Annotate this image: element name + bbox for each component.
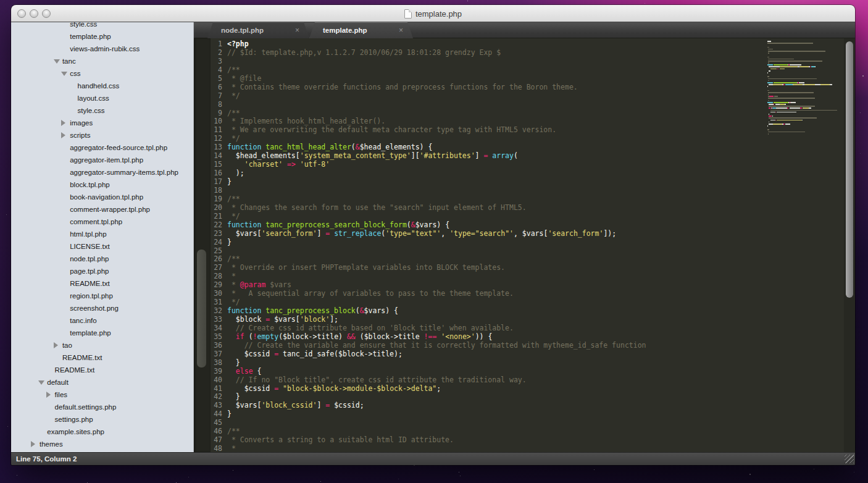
minimap-line (767, 104, 844, 105)
code-token: * We are overwriting the default meta ch… (227, 125, 556, 134)
list-item[interactable]: template.php (11, 30, 194, 43)
file-tree-item-label: LICENSE.txt (70, 240, 110, 253)
list-item[interactable]: html.tpl.php (11, 228, 194, 240)
chevron-right-icon[interactable] (61, 132, 65, 138)
editor-scrollbar-thumb[interactable] (846, 41, 853, 298)
chevron-right-icon[interactable] (31, 441, 35, 447)
code-token: } (227, 238, 232, 246)
code-token: str_replace (334, 229, 381, 238)
code-line: 23 $vars['search_form'] = str_replace('t… (211, 230, 855, 238)
list-item[interactable]: default.settings.php (11, 401, 194, 413)
list-item[interactable]: default (11, 376, 194, 388)
window-titlebar[interactable]: template.php (11, 5, 855, 22)
list-item[interactable]: css (11, 67, 194, 80)
code-token: } (227, 358, 240, 367)
code-token: & (360, 306, 364, 315)
chevron-right-icon[interactable] (46, 392, 51, 398)
list-item[interactable]: README.txt (11, 364, 194, 376)
line-number: 48 (211, 445, 227, 452)
line-number: 38 (211, 359, 227, 368)
tab-label: node.tpl.php (221, 27, 264, 34)
file-tree-item-label: scripts (70, 129, 90, 141)
chevron-down-icon[interactable] (38, 380, 44, 385)
minimap-line (767, 44, 844, 46)
list-item[interactable]: comment.tpl.php (11, 216, 194, 228)
list-item[interactable]: README.txt (11, 351, 194, 364)
line-number: 9 (211, 109, 227, 118)
file-tree-item-label: default.settings.php (55, 401, 117, 413)
list-item[interactable]: images (11, 117, 194, 129)
minimap-line (767, 94, 844, 95)
minimap[interactable] (767, 41, 844, 135)
code-token: '<none>' (441, 332, 475, 341)
list-item[interactable]: themes (11, 438, 194, 450)
sidebar-scrollbar-thumb[interactable] (197, 250, 206, 368)
list-item[interactable]: aggregator-item.tpl.php (11, 154, 194, 166)
list-item[interactable]: example.sites.php (11, 426, 194, 438)
list-item[interactable]: aggregator-summary-items.tpl.php (11, 166, 194, 178)
list-item[interactable]: aggregator-feed-source.tpl.php (11, 141, 194, 154)
code-token: ($block->title) (278, 332, 347, 341)
code-token (278, 384, 283, 393)
cursor-position-label: Line 75, Column 2 (16, 455, 77, 463)
code-token: $head_elements[ (227, 151, 300, 160)
list-item[interactable]: views-admin-rubik.css (11, 43, 194, 55)
code-token: $vars[ (227, 401, 261, 410)
chevron-down-icon[interactable] (61, 72, 67, 76)
tab-template-php[interactable]: template.php× (309, 22, 413, 38)
file-tree-sidebar[interactable]: style.csstemplate.phpviews-admin-rubik.c… (11, 22, 194, 452)
list-item[interactable]: style.css (11, 22, 194, 30)
tab-close-icon[interactable]: × (295, 26, 299, 35)
line-number: 45 (211, 419, 227, 427)
chevron-right-icon[interactable] (54, 342, 58, 348)
file-tree-item-label: README.txt (62, 351, 102, 364)
list-item[interactable]: screenshot.png (11, 302, 194, 314)
list-item[interactable]: template.php (11, 327, 194, 339)
list-item[interactable]: comment-wrapper.tpl.php (11, 203, 194, 216)
tab-close-icon[interactable]: × (399, 26, 403, 35)
code-line: 25 (211, 247, 855, 256)
minimap-line (767, 106, 844, 107)
file-tree-item-label: views-admin-rubik.css (70, 43, 140, 55)
list-item[interactable]: layout.css (11, 92, 194, 104)
list-item[interactable]: book-navigation.tpl.php (11, 191, 194, 203)
list-item[interactable]: node.tpl.php (11, 253, 194, 265)
list-item[interactable]: settings.php (11, 413, 194, 426)
chevron-down-icon[interactable] (54, 59, 60, 64)
code-line: 29 * @param $vars (211, 281, 855, 290)
list-item[interactable]: scripts (11, 129, 194, 141)
line-number: 16 (211, 169, 227, 178)
list-item[interactable]: page.tpl.php (11, 265, 194, 277)
code-line: 41 $cssid = "block-$block->module-$block… (211, 385, 855, 393)
file-tree-item-label: tanc (62, 55, 76, 67)
list-item[interactable]: README.txt (11, 277, 194, 290)
list-item[interactable]: tao (11, 339, 194, 351)
code-token: $vars[ (270, 315, 299, 324)
resize-grip-icon[interactable] (845, 455, 854, 463)
code-line: 6 * Contains theme override functions an… (211, 83, 855, 92)
editor-scrollbar-track[interactable] (844, 38, 855, 452)
list-item[interactable]: handheld.css (11, 80, 194, 92)
code-token: function (227, 143, 261, 151)
minimap-line (767, 129, 844, 130)
list-item[interactable]: region.tpl.php (11, 290, 194, 302)
list-item[interactable]: style.css (11, 104, 194, 117)
sidebar-scrollbar-track[interactable] (194, 38, 211, 452)
list-item[interactable]: LICENSE.txt (11, 240, 194, 253)
line-number: 47 (211, 436, 227, 445)
minimap-line (767, 62, 844, 64)
tab-node-tpl-php[interactable]: node.tpl.php× (207, 22, 309, 38)
file-tree-item-label: themes (40, 438, 63, 450)
list-item[interactable]: block.tpl.php (11, 178, 194, 191)
code-token: 'search_form' (261, 229, 317, 238)
file-tree-item-label: html.tpl.php (70, 228, 106, 240)
chevron-right-icon[interactable] (61, 120, 65, 126)
list-item[interactable]: files (11, 388, 194, 401)
code-editor[interactable]: 1<?php2// $Id: template.php,v 1.1.2.7 20… (194, 38, 855, 452)
list-item[interactable]: tanc (11, 55, 194, 67)
star-dot (398, 479, 399, 479)
list-item[interactable]: tanc.info (11, 314, 194, 327)
minimap-line (767, 59, 844, 60)
code-token: 'type="text"' (385, 229, 441, 238)
code-token: ]); (603, 229, 616, 238)
